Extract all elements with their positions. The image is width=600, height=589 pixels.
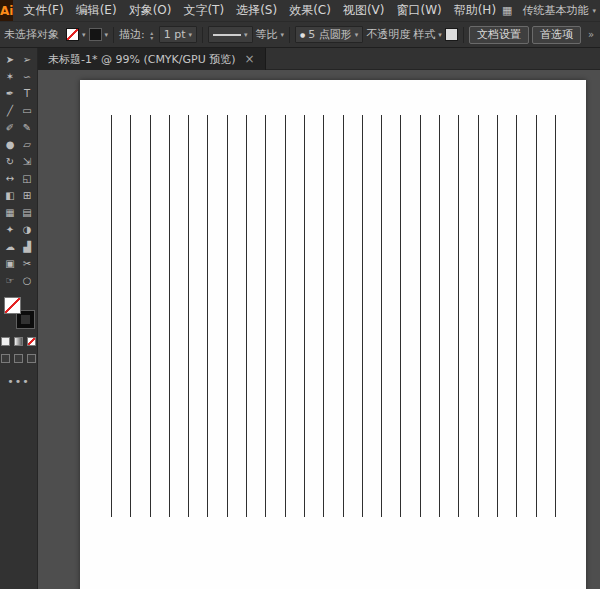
artboard-vertical-line[interactable] [188, 115, 189, 517]
workspace-switcher[interactable]: 传统基本功能 ▾ [522, 3, 596, 18]
width-profile-dropdown[interactable]: ▾ [208, 26, 253, 43]
menu-bar: Ai 文件(F)编辑(E)对象(O)文字(T)选择(S)效果(C)视图(V)窗口… [0, 0, 600, 21]
artboard-vertical-line[interactable] [285, 115, 286, 517]
gradient-button[interactable] [14, 337, 23, 346]
document-tab[interactable]: 未标题-1* @ 99% (CMYK/GPU 预览) × [38, 48, 266, 70]
artboard-vertical-line[interactable] [265, 115, 266, 517]
artboard-vertical-line[interactable] [227, 115, 228, 517]
stroke-weight-stepper[interactable]: ▴ ▾ [148, 30, 156, 40]
free-transform-tool[interactable]: ◱ [19, 170, 36, 187]
menu-item[interactable]: 文字(T) [177, 0, 230, 21]
rotate-tool[interactable]: ↻ [2, 153, 19, 170]
fill-color-swatch[interactable] [66, 28, 79, 41]
stroke-weight-label: 描边: [119, 27, 145, 42]
none-button[interactable] [27, 337, 36, 346]
document-setup-button[interactable]: 文档设置 [469, 26, 529, 44]
artboard-vertical-line[interactable] [304, 115, 305, 517]
artboard-vertical-line[interactable] [207, 115, 208, 517]
blob-brush-tool[interactable]: ● [2, 136, 19, 153]
opacity-label[interactable]: 不透明度 [366, 27, 410, 42]
artboard-vertical-line[interactable] [381, 115, 382, 517]
menu-item[interactable]: 视图(V) [337, 0, 391, 21]
paintbrush-tool[interactable]: ✐ [2, 119, 19, 136]
draw-normal-button[interactable] [1, 354, 10, 363]
stroke-color-swatch[interactable] [89, 28, 102, 41]
stroke-weight-dropdown[interactable]: 1 pt ▾ [159, 26, 197, 43]
separator [113, 27, 114, 43]
symbol-sprayer-tool[interactable]: ☁ [2, 238, 19, 255]
uniform-profile-dropdown[interactable]: 等比 ▾ [256, 27, 285, 42]
selection-status-label: 未选择对象 [4, 27, 59, 42]
tool-grid: ➤➢✶∽✒T╱▭✐✎●▱↻⇲↔◱◧⊞▦▤✦◑☁▟▣✂☞○ [2, 51, 36, 289]
type-tool[interactable]: T [19, 85, 36, 102]
pen-tool[interactable]: ✒ [2, 85, 19, 102]
magic-wand-tool[interactable]: ✶ [2, 68, 19, 85]
artboard-vertical-line[interactable] [536, 115, 537, 517]
canvas[interactable] [38, 70, 600, 589]
artboard-vertical-line[interactable] [362, 115, 363, 517]
mesh-tool[interactable]: ▦ [2, 204, 19, 221]
stepper-down-icon[interactable]: ▾ [150, 35, 153, 40]
gradient-tool[interactable]: ▤ [19, 204, 36, 221]
artboard-vertical-line[interactable] [439, 115, 440, 517]
artboard-vertical-line[interactable] [343, 115, 344, 517]
blend-tool[interactable]: ◑ [19, 221, 36, 238]
artboard-tool[interactable]: ▣ [2, 255, 19, 272]
artboard-vertical-line[interactable] [111, 115, 112, 517]
direct-selection-tool[interactable]: ➢ [19, 51, 36, 68]
artboard-vertical-line[interactable] [420, 115, 421, 517]
style-swatch[interactable] [445, 28, 458, 41]
arrange-documents-icon[interactable]: ▦ [502, 4, 512, 17]
shape-builder-tool[interactable]: ◧ [2, 187, 19, 204]
menu-item[interactable]: 选择(S) [230, 0, 283, 21]
menu-item[interactable]: 帮助(H) [448, 0, 502, 21]
menu-item[interactable]: 效果(C) [283, 0, 337, 21]
slice-tool[interactable]: ✂ [19, 255, 36, 272]
draw-inside-button[interactable] [27, 354, 36, 363]
column-graph-tool[interactable]: ▟ [19, 238, 36, 255]
artboard-vertical-line[interactable] [130, 115, 131, 517]
artboard-vertical-line[interactable] [555, 115, 556, 517]
pencil-tool[interactable]: ✎ [19, 119, 36, 136]
artboard[interactable] [80, 80, 586, 589]
artboard-vertical-line[interactable] [497, 115, 498, 517]
eyedropper-tool[interactable]: ✦ [2, 221, 19, 238]
perspective-grid-tool[interactable]: ⊞ [19, 187, 36, 204]
menu-item[interactable]: 窗口(W) [390, 0, 447, 21]
preferences-button[interactable]: 首选项 [532, 26, 581, 44]
edit-toolbar-button[interactable]: ••• [7, 375, 29, 388]
artboard-vertical-line[interactable] [323, 115, 324, 517]
width-tool[interactable]: ↔ [2, 170, 19, 187]
scale-tool[interactable]: ⇲ [19, 153, 36, 170]
zoom-tool[interactable]: ○ [19, 272, 36, 289]
draw-behind-button[interactable] [14, 354, 23, 363]
fill-swatch[interactable] [4, 297, 21, 314]
chevron-down-icon: ▾ [244, 31, 248, 39]
brush-definition-dropdown[interactable]: ● 5 点圆形 ▾ [295, 26, 363, 43]
menu-item[interactable]: 对象(O) [123, 0, 178, 21]
rectangle-tool[interactable]: ▭ [19, 102, 36, 119]
line-segment-tool[interactable]: ╱ [2, 102, 19, 119]
artboard-vertical-line[interactable] [246, 115, 247, 517]
fill-stroke-control[interactable] [4, 297, 34, 328]
color-button[interactable] [1, 337, 10, 346]
artboard-vertical-line[interactable] [458, 115, 459, 517]
panel-collapse-icon[interactable]: » [588, 29, 596, 40]
swatch-buttons-row [1, 337, 36, 346]
lasso-tool[interactable]: ∽ [19, 68, 36, 85]
artboard-vertical-line[interactable] [169, 115, 170, 517]
workspace-label: 传统基本功能 [522, 3, 588, 18]
artboard-vertical-line[interactable] [150, 115, 151, 517]
style-dropdown[interactable]: 样式 ▾ [413, 27, 442, 42]
menu-item[interactable]: 编辑(E) [70, 0, 123, 21]
selection-tool[interactable]: ➤ [2, 51, 19, 68]
menu-item[interactable]: 文件(F) [17, 0, 69, 21]
close-tab-icon[interactable]: × [245, 53, 255, 65]
artboard-vertical-line[interactable] [478, 115, 479, 517]
hand-tool[interactable]: ☞ [2, 272, 19, 289]
artboard-vertical-line[interactable] [516, 115, 517, 517]
chevron-down-icon: ▾ [82, 31, 86, 39]
eraser-tool[interactable]: ▱ [19, 136, 36, 153]
control-bar: 未选择对象 ▾ ▾ 描边: ▴ ▾ 1 pt ▾ ▾ 等比 ▾ ● 5 点圆形 … [0, 21, 600, 48]
artboard-vertical-line[interactable] [400, 115, 401, 517]
